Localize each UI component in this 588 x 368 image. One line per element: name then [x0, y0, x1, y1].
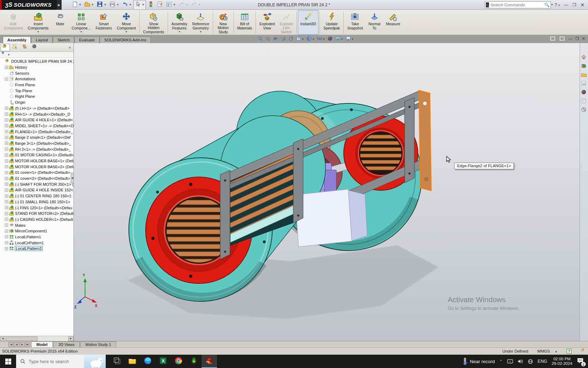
view-settings-button[interactable]: ▼ — [345, 36, 354, 43]
tree-item--f-lh-1-default-default-[interactable]: +(f) LH<1> -> (Default<<Default> — [0, 105, 74, 111]
tree-item-flange-3-1-default-default-[interactable]: +flange 3<1> (Default<<Default>_ — [0, 141, 74, 146]
section-view-button[interactable] — [280, 36, 286, 43]
touch-keyboard-icon[interactable] — [507, 359, 513, 364]
apply-scene-button[interactable]: ▼ — [335, 36, 343, 43]
dropdown-caret-icon[interactable]: ▼ — [104, 3, 106, 6]
solidworks-app-taskbar-button[interactable]: SW2015 — [202, 355, 217, 368]
expand-toggle-icon[interactable]: + — [5, 171, 8, 174]
tab-evaluate[interactable]: Evaluate — [75, 36, 99, 43]
chrome-taskbar-button[interactable] — [171, 355, 186, 368]
tree-item-air-guide-4-hole-1-default-[interactable]: +AIR GUIDE 4 HOLE<1> (Default< — [0, 117, 74, 123]
file-properties-button[interactable] — [156, 0, 164, 9]
expand-toggle-icon[interactable]: + — [5, 165, 8, 168]
window-restore-button[interactable]: ❐ — [573, 2, 576, 7]
expand-toggle-icon[interactable]: + — [5, 159, 8, 163]
search-caret-icon[interactable]: ▼ — [551, 3, 553, 6]
expand-toggle-icon[interactable]: + — [5, 206, 8, 209]
expand-toggle-icon[interactable]: + — [5, 154, 8, 157]
expand-toggle-icon[interactable]: + — [5, 130, 8, 133]
expand-toggle-icon[interactable]: + — [5, 136, 8, 139]
expand-toggle-icon[interactable]: + — [5, 195, 8, 198]
panel-more-chevron-icon[interactable]: » — [69, 45, 73, 49]
tree-horizontal-scrollbar[interactable]: ◀ ▶ — [0, 336, 74, 341]
units-selector[interactable]: MMGS — [537, 349, 550, 353]
tree-item-air-guide-4-hole-inside-152-1-[interactable]: +AIR GUIDE 4 HOLE INSIDE 152<1> — [0, 187, 74, 193]
expand-toggle-icon[interactable]: + — [5, 118, 8, 122]
excel-taskbar-button[interactable]: X — [155, 355, 171, 368]
appearances-tab[interactable] — [581, 89, 588, 96]
expand-toggle-icon[interactable]: + — [5, 235, 8, 238]
hide-show-items-button[interactable]: ▼ — [317, 36, 325, 43]
doc-close-button[interactable]: ✕ — [582, 36, 585, 41]
edit-appearance-button[interactable] — [327, 36, 333, 43]
tree-item-sensors[interactable]: Sensors — [0, 70, 74, 76]
new-file-button[interactable]: ▼ — [71, 0, 83, 9]
pin-app-taskbar-button[interactable] — [186, 355, 202, 368]
expand-toggle-icon[interactable]: + — [5, 177, 8, 180]
dropdown-caret-icon[interactable]: ▼ — [79, 3, 82, 6]
expand-toggle-icon[interactable]: + — [5, 189, 8, 192]
tree-item-flange-2-small-1-default-def[interactable]: +flange 2 small<1> (Default<<Def — [0, 135, 74, 141]
filter-caret-icon[interactable]: ▼ — [7, 53, 10, 56]
tree-item--casing-holder-1-default[interactable]: +(-) CASING HOLDER<1> (Default — [0, 217, 74, 223]
expand-toggle-icon[interactable]: + — [5, 77, 8, 81]
tree-item-locallpattern1[interactable]: +LocalLPattern1 — [0, 234, 74, 240]
displaymanager-tab[interactable] — [30, 44, 39, 51]
ribbon-update-speedpak-button[interactable]: UpdateSpeedpak — [321, 10, 342, 35]
expand-toggle-icon[interactable]: + — [5, 247, 8, 250]
ribbon-bill-of-materials-button[interactable]: Bill ofMaterials — [235, 10, 255, 35]
tree-item-midel-sheet-1-default-d[interactable]: +MIDEL SHEET<1> -> (Default<<D — [0, 123, 74, 129]
ribbon-instant3d-button[interactable]: Instant3D — [298, 10, 318, 35]
tab-assembly[interactable]: Assembly — [3, 36, 31, 43]
tab-sketch[interactable]: Sketch — [53, 36, 74, 43]
tree-item-origin[interactable]: Origin — [0, 100, 74, 105]
expand-toggle-icon[interactable]: + — [5, 113, 8, 116]
ribbon-show-hidden-button[interactable]: ShowHiddenComponents — [141, 10, 167, 35]
tree-item-01-cover-1-default-default-[interactable]: +01 cover<1> (Default<<Default> — [0, 170, 74, 176]
tree-item-stand-for-motor-2-default[interactable]: +STAND FOR MOTOR<2> (Default — [0, 211, 74, 217]
doc-tab-3d-views[interactable]: 3D Views — [53, 341, 80, 347]
dropdown-caret-icon[interactable]: ▼ — [142, 3, 145, 6]
search-icon[interactable]: 🔍 — [544, 2, 550, 7]
view-orientation-button[interactable]: ▼ — [296, 36, 304, 43]
tree-item--01-small-ring-180-150-1-[interactable]: +(-) 01 SMALL RING 180 150<1> — [0, 199, 74, 205]
tray-expand-icon[interactable]: ⌃ — [499, 359, 503, 364]
ribbon-move-component-button[interactable]: MoveComponent▼ — [114, 10, 138, 35]
scrollbar-track[interactable] — [5, 336, 68, 341]
doc-minimize-button[interactable]: — — [568, 36, 572, 41]
search-highlight-image[interactable] — [84, 355, 106, 368]
scroll-right-button[interactable]: ▶ — [68, 336, 74, 341]
print-button[interactable]: ▼ — [108, 0, 120, 9]
center-box[interactable] — [295, 189, 352, 247]
clock-widget[interactable]: 02:00 PM 29-02-2024 — [552, 357, 572, 366]
expand-toggle-icon[interactable]: + — [5, 124, 8, 127]
weather-widget[interactable]: Near record — [463, 357, 495, 365]
document-recovery-tab[interactable] — [581, 107, 588, 114]
taskview-taskbar-button[interactable] — [109, 355, 125, 368]
dropdown-caret-icon[interactable]: ▼ — [302, 38, 304, 40]
previous-view-button[interactable] — [273, 36, 278, 43]
ribbon-reference-geometry-button[interactable]: ReferenceGeometry▼ — [190, 10, 211, 35]
tree-item-locallpattern2[interactable]: +LocalLPattern2 — [0, 246, 74, 252]
undo-button[interactable]: ▼ — [121, 0, 133, 9]
ribbon-take-snapshot-button[interactable]: TakeSnapshot — [345, 10, 365, 35]
zoom-area-button[interactable] — [265, 36, 271, 43]
dropdown-caret-icon[interactable]: ▼ — [116, 3, 119, 6]
tree-item--shaft-for-motor-350-1-[interactable]: +(-) SHAFT FOR MOTOR 350<1> ( — [0, 181, 74, 187]
filter-funnel-icon[interactable] — [1, 52, 6, 58]
edge-taskbar-button[interactable] — [140, 355, 155, 368]
network-icon[interactable] — [528, 359, 533, 364]
volume-icon[interactable] — [518, 359, 523, 364]
expand-toggle-icon[interactable]: + — [5, 218, 8, 221]
display-style-button[interactable]: ▼ — [306, 36, 315, 43]
tree-item-history[interactable]: +History — [0, 64, 74, 70]
dropdown-caret-icon[interactable]: ▼ — [198, 3, 201, 6]
doc-restore-button[interactable]: ❐ — [575, 36, 579, 41]
dropdown-caret-icon[interactable]: ▼ — [323, 38, 325, 40]
first-tab-button[interactable]: |◀ — [8, 342, 14, 347]
dropdown-caret-icon[interactable]: ▼ — [80, 30, 83, 33]
tree-item-localcirpattern1[interactable]: +LocalCirPattern1 — [0, 240, 74, 246]
ribbon-measure-button[interactable]: Measure — [384, 10, 403, 35]
cycle-next-doc-button[interactable]: 0⟩ — [559, 36, 565, 41]
expand-toggle-icon[interactable]: + — [5, 107, 8, 110]
